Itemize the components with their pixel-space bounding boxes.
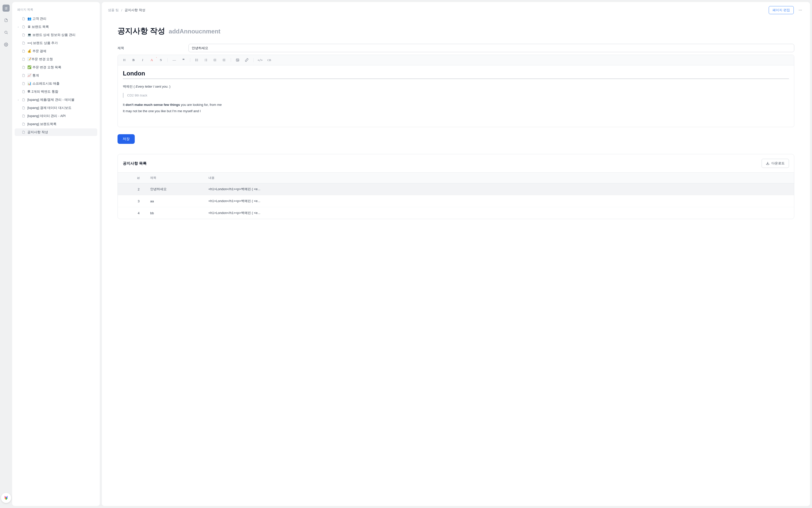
toolbar-bold-button[interactable]: B [129,57,137,63]
table-row[interactable]: 3aa<h1>London</h1><p>백예린 ( <e... [118,195,794,207]
table-row[interactable]: 2안녕하세요<h1>London</h1><p>백예린 ( <e... [118,183,794,195]
svg-point-9 [196,61,196,61]
toolbar-heading-button[interactable]: H [120,57,128,63]
column-header-id[interactable]: id [118,173,145,183]
sidebar-item[interactable]: ==| 브랜드 상품 추가 [15,39,97,47]
pages-icon[interactable] [3,17,10,24]
toolbar-separator [231,58,231,62]
sidebar-item[interactable]: ›🖥 브랜드 목록 [15,23,97,31]
sidebar-item[interactable]: 📈 통계 [15,72,97,79]
cell-content: <h1>London</h1><p>백예린 ( <e... [204,195,794,207]
sidebar-item[interactable]: [lupang] 데이터 관리 - API [15,112,97,120]
editor-line: 백예린 ( Every letter I sent you. ) [123,84,789,89]
sidebar-item-label: 🛠 2개의 백엔드 통합 [27,89,95,94]
svg-point-2 [799,10,799,10]
sidebar-item[interactable]: 📊 스프레드시트 매출 [15,80,97,87]
download-button[interactable]: 다운로드 [762,159,789,168]
cell-id: 4 [118,207,145,219]
sidebar-item[interactable]: 💻 브랜드 상세 정보와 상품 관리 [15,31,97,39]
toolbar-strike-button[interactable]: S [157,57,165,63]
title-label: 제목 [118,46,188,50]
more-menu-icon[interactable] [797,7,804,14]
download-icon [766,162,769,165]
search-icon[interactable] [3,29,10,36]
sidebar-item[interactable]: 💰 주문 결제 [15,47,97,55]
svg-point-1 [6,44,7,45]
toolbar-indent-button[interactable] [220,57,228,63]
toolbar-color-button[interactable]: A• [148,57,156,63]
page-icon [22,33,25,37]
editor-body[interactable]: London 백예린 ( Every letter I sent you. ) … [118,65,794,127]
sidebar-item-label: ✅ 주문 변경 요청 목록 [27,65,95,70]
toolbar-link-button[interactable] [243,57,251,63]
page-icon [22,106,25,110]
chevron-right-icon[interactable]: › [17,98,20,101]
page-icon [22,74,25,77]
cell-title: bb [145,207,204,219]
workspace-avatar[interactable]: 샘 [3,5,10,12]
sidebar-item-label: [lupang] 데이터 관리 - API [27,114,95,118]
page-icon [22,90,25,93]
toolbar-unordered-list-button[interactable] [193,57,201,63]
sidebar-item-label: [lupang] 결제 데이터 대시보드 [27,105,95,110]
breadcrumb: 샘플 팀 / 공지사항 작성 [108,8,145,12]
page-icon [22,82,25,85]
sidebar-item[interactable]: [lupang] 결제 데이터 대시보드 [15,104,97,112]
topbar: 샘플 팀 / 공지사항 작성 페이지 편집 [102,2,810,18]
sidebar-item-label: 👥 고객 관리 [27,16,95,21]
column-header-title[interactable]: 제목 [145,173,204,183]
brand-logo[interactable] [1,493,11,503]
left-rail: 샘 [0,0,12,508]
toolbar-code-button[interactable]: </> [256,57,264,63]
cell-title: aa [145,195,204,207]
toolbar-separator [253,58,254,62]
editor-toolbar: H B I A• S — ❝ 123 [118,55,794,65]
breadcrumb-team[interactable]: 샘플 팀 [108,8,119,12]
page-icon [22,66,25,69]
sidebar-item[interactable]: [lupang] 브랜드목록 [15,120,97,128]
sidebar-item[interactable]: ›[lupang] 제품/결제 관리 - 테이블 [15,96,97,103]
save-button[interactable]: 저장 [118,134,135,144]
breadcrumb-separator: / [121,8,122,12]
edit-page-button[interactable]: 페이지 편집 [769,6,794,14]
editor-line: It may not be the one you like but I'm m… [123,109,789,114]
sidebar-item[interactable]: 공지사항 작성 [15,128,97,136]
page-subtitle: addAnnoucnment [169,28,220,35]
svg-point-24 [237,59,237,60]
sidebar-item[interactable]: 🛠 2개의 백엔드 통합 [15,88,97,95]
page-icon [22,49,25,53]
sidebar-item[interactable]: ✅ 주문 변경 요청 목록 [15,64,97,71]
sidebar-item-label: 🖥 브랜드 목록 [27,25,95,29]
toolbar-ordered-list-button[interactable]: 123 [202,57,210,63]
main: 샘플 팀 / 공지사항 작성 페이지 편집 공지사항 작성 addAnnoucn… [102,2,810,506]
toolbar-outdent-button[interactable] [211,57,219,63]
title-input[interactable] [188,44,794,52]
page-icon [22,57,25,61]
rich-editor: H B I A• S — ❝ 123 [118,55,794,127]
editor-h1: London [123,70,789,79]
toolbar-codeblock-button[interactable]: CB [265,57,273,63]
page-icon [22,41,25,45]
toolbar-italic-button[interactable]: I [138,57,147,63]
sidebar-item-label: 공지사항 작성 [27,130,95,134]
settings-icon[interactable] [3,41,10,48]
sidebar-item[interactable]: 👥 고객 관리 [15,15,97,23]
svg-point-4 [801,10,802,10]
sidebar-title: 페이지 목록 [15,6,97,15]
cell-title: 안녕하세요 [145,183,204,195]
chevron-right-icon[interactable]: › [17,26,20,28]
panel-title: 공지사항 목록 [123,161,147,166]
page-title: 공지사항 작성 [118,26,165,36]
toolbar-quote-button[interactable]: ❝ [179,57,187,63]
sidebar-item-label: [lupang] 제품/결제 관리 - 테이블 [27,97,95,102]
toolbar-separator [167,58,168,62]
svg-text:3: 3 [204,60,205,61]
toolbar-hr-button[interactable]: — [170,57,178,63]
table-row[interactable]: 4bb<h1>London</h1><p>백예린 ( <e... [118,207,794,219]
column-header-content[interactable]: 내용 [204,173,794,183]
sidebar-item-label: ==| 브랜드 상품 추가 [27,41,95,45]
sidebar: 페이지 목록 👥 고객 관리›🖥 브랜드 목록💻 브랜드 상세 정보와 상품 관… [12,2,100,506]
toolbar-image-button[interactable] [233,57,242,63]
svg-point-7 [196,60,196,60]
sidebar-item[interactable]: 📝주문 변경 요청 [15,55,97,63]
